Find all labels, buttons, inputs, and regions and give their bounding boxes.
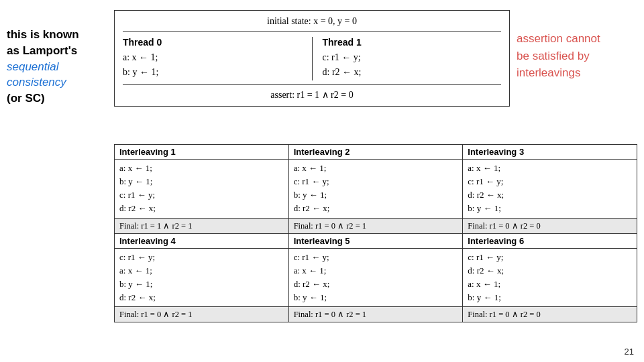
col5-code: c: r1 ← y; a: x ← 1; d: r2 ← x; b: y ← 1… <box>288 248 463 307</box>
header-row-2: Interleaving 4 Interleaving 5 Interleavi… <box>115 233 637 248</box>
assertion-text: assertion cannot be satisfied by interle… <box>517 30 637 82</box>
diagram-box: initial state: x = 0, y = 0 Thread 0 a: … <box>114 10 510 107</box>
col1-final: Final: r1 = 1 ∧ r2 = 1 <box>115 218 289 233</box>
col5-final: Final: r1 = 0 ∧ r2 = 1 <box>288 307 463 322</box>
header-row-1: Interleaving 1 Interleaving 2 Interleavi… <box>115 145 637 160</box>
threads-row: Thread 0 a: x ← 1; b: y ← 1; Thread 1 c:… <box>123 37 501 85</box>
col4-header: Interleaving 4 <box>115 233 289 248</box>
thread-0-code: a: x ← 1; b: y ← 1; <box>123 50 302 80</box>
col6-final: Final: r1 = 0 ∧ r2 = 0 <box>463 307 637 322</box>
col4-final: Final: r1 = 0 ∧ r2 = 1 <box>115 307 289 322</box>
col6-header: Interleaving 6 <box>463 233 637 248</box>
left-description: this is known as Lamport's sequential co… <box>7 27 117 107</box>
col2-code: a: x ← 1; c: r1 ← y; b: y ← 1; d: r2 ← x… <box>288 160 463 219</box>
col3-code: a: x ← 1; c: r1 ← y; d: r2 ← x; b: y ← 1… <box>463 160 637 219</box>
col6-code: c: r1 ← y; d: r2 ← x; a: x ← 1; b: y ← 1… <box>463 248 637 307</box>
final-row-1: Final: r1 = 1 ∧ r2 = 1 Final: r1 = 0 ∧ r… <box>115 218 637 233</box>
col1-header: Interleaving 1 <box>115 145 289 160</box>
assert-line: assert: r1 = 1 ∧ r2 = 0 <box>123 89 501 101</box>
thread-1-title: Thread 1 <box>323 37 502 48</box>
col5-header: Interleaving 5 <box>288 233 463 248</box>
interleavings-table: Interleaving 1 Interleaving 2 Interleavi… <box>114 144 637 322</box>
thread-1-col: Thread 1 c: r1 ← y; d: r2 ← x; <box>313 37 502 80</box>
col2-header: Interleaving 2 <box>288 145 463 160</box>
col1-code: a: x ← 1; b: y ← 1; c: r1 ← y; d: r2 ← x… <box>115 160 289 219</box>
col2-final: Final: r1 = 0 ∧ r2 = 1 <box>288 218 463 233</box>
page-number: 21 <box>625 347 634 357</box>
slide-container: this is known as Lamport's sequential co… <box>0 0 644 362</box>
final-row-2: Final: r1 = 0 ∧ r2 = 1 Final: r1 = 0 ∧ r… <box>115 307 637 322</box>
col3-header: Interleaving 3 <box>463 145 637 160</box>
col4-code: c: r1 ← y; a: x ← 1; b: y ← 1; d: r2 ← x… <box>115 248 289 307</box>
code-row-1: a: x ← 1; b: y ← 1; c: r1 ← y; d: r2 ← x… <box>115 160 637 219</box>
code-row-2: c: r1 ← y; a: x ← 1; b: y ← 1; d: r2 ← x… <box>115 248 637 307</box>
or-sc-text: (or SC) <box>7 90 117 107</box>
right-assertion: assertion cannot be satisfied by interle… <box>517 30 637 82</box>
sequential-text: sequential consistency <box>7 59 117 91</box>
interleavings-section: Interleaving 1 Interleaving 2 Interleavi… <box>114 144 637 322</box>
known-as-text: this is known as Lamport's <box>7 27 117 59</box>
thread-0-title: Thread 0 <box>123 37 302 48</box>
initial-state: initial state: x = 0, y = 0 <box>123 16 501 32</box>
thread-0-col: Thread 0 a: x ← 1; b: y ← 1; <box>123 37 313 80</box>
col3-final: Final: r1 = 0 ∧ r2 = 0 <box>463 218 637 233</box>
thread-1-code: c: r1 ← y; d: r2 ← x; <box>323 50 502 80</box>
main-content: initial state: x = 0, y = 0 Thread 0 a: … <box>114 10 510 115</box>
